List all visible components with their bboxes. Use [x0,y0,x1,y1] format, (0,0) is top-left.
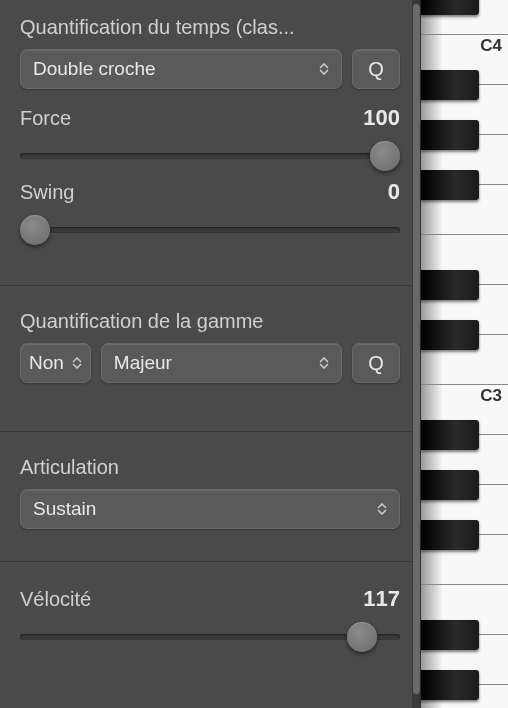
slider-thumb[interactable] [347,622,377,652]
quantize-time-button[interactable]: Q [352,49,400,89]
divider [0,285,420,286]
articulation-select[interactable]: Sustain [20,489,400,529]
black-key[interactable] [421,0,479,15]
quantize-scale-controls: Non Majeur Q [20,343,400,383]
black-key[interactable] [421,170,479,200]
velocity-label: Vélocité [20,588,91,611]
velocity-slider[interactable] [20,622,400,652]
slider-track [20,634,400,640]
inspector-panel: Quantification du temps (clas... Double … [0,0,420,708]
swing-slider[interactable] [20,215,400,245]
chevron-updown-icon [319,357,329,369]
divider [0,561,420,562]
quantize-time-value: Double croche [33,58,156,80]
articulation-section: Articulation Sustain [20,456,400,537]
black-key[interactable] [421,620,479,650]
black-key[interactable] [421,520,479,550]
slider-thumb[interactable] [20,215,50,245]
velocity-value: 117 [363,586,400,612]
black-key[interactable] [421,270,479,300]
quantize-scale-label: Quantification de la gamme [20,310,400,333]
chevron-updown-icon [72,357,82,369]
force-label: Force [20,107,71,130]
chevron-updown-icon [377,503,387,515]
key-label-c4: C4 [480,36,502,56]
swing-value: 0 [388,179,400,205]
black-key[interactable] [421,470,479,500]
black-key[interactable] [421,420,479,450]
force-row: Force 100 [20,105,400,131]
quantize-time-label: Quantification du temps (clas... [20,16,400,39]
scrollbar[interactable] [412,0,420,708]
swing-row: Swing 0 [20,179,400,205]
black-key[interactable] [421,670,479,700]
scale-mode-value: Majeur [114,352,172,374]
force-slider[interactable] [20,141,400,171]
quantize-scale-button[interactable]: Q [352,343,400,383]
scale-root-select[interactable]: Non [20,343,91,383]
swing-label: Swing [20,181,74,204]
quantize-time-section: Quantification du temps (clas... Double … [20,16,400,261]
scale-mode-select[interactable]: Majeur [101,343,342,383]
key-label-c3: C3 [480,386,502,406]
black-key[interactable] [421,320,479,350]
quantize-scale-section: Quantification de la gamme Non Majeur Q [20,310,400,407]
quantize-time-controls: Double croche Q [20,49,400,89]
velocity-section: Vélocité 117 [20,586,400,668]
slider-track [20,153,400,159]
slider-thumb[interactable] [370,141,400,171]
scale-root-value: Non [29,352,64,374]
scrollbar-thumb[interactable] [413,4,420,694]
quantize-time-select[interactable]: Double croche [20,49,342,89]
force-value: 100 [363,105,400,131]
articulation-label: Articulation [20,456,400,479]
slider-track [20,227,400,233]
divider [0,431,420,432]
articulation-value: Sustain [33,498,96,520]
chevron-updown-icon [319,63,329,75]
velocity-row: Vélocité 117 [20,586,400,612]
black-key[interactable] [421,70,479,100]
piano-keyboard[interactable]: C4 C3 [420,0,508,708]
black-key[interactable] [421,120,479,150]
